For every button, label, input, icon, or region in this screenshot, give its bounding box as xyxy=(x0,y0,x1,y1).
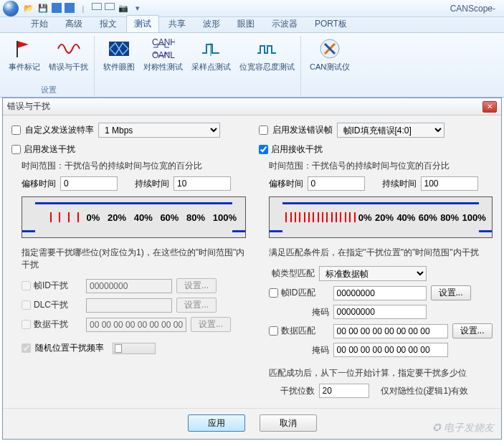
can-tester-icon xyxy=(318,37,341,60)
symmetry-test-button[interactable]: CANHCANL 对称性测试 xyxy=(141,36,186,74)
ribbon-group-settings: 事件标记 错误与干扰 设置 xyxy=(3,36,95,96)
error-interference-label: 错误与干扰 xyxy=(49,62,88,72)
tab-advanced[interactable]: 高级 xyxy=(57,15,90,32)
data-match-label: 数据匹配 xyxy=(281,325,315,337)
dialog-titlebar: 错误与干扰 ✕ xyxy=(3,98,501,115)
close-icon[interactable]: ✕ xyxy=(482,101,497,113)
data-interf-input xyxy=(86,318,186,332)
baud-combo[interactable]: 1 Mbps xyxy=(98,123,220,138)
custom-baud-checkbox[interactable] xyxy=(11,125,21,135)
pct-20: 20% xyxy=(108,212,126,223)
random-freq-slider xyxy=(113,343,156,354)
event-marker-button[interactable]: 事件标记 xyxy=(6,36,43,74)
tab-start[interactable]: 开始 xyxy=(23,15,56,32)
symmetry-test-label: 对称性测试 xyxy=(143,62,183,72)
tool1-icon[interactable] xyxy=(52,3,62,13)
right-column: 启用发送错误帧 帧ID填充错误[4:0] 启用接收干扰 时间范围：干扰信号的持续… xyxy=(259,123,493,398)
data-match-input[interactable] xyxy=(333,324,448,338)
cancel-button[interactable]: 取消 xyxy=(260,414,317,432)
layout1-icon[interactable] xyxy=(92,3,102,10)
tool2-icon[interactable] xyxy=(65,3,75,13)
right-duration-label: 持续时间 xyxy=(382,178,417,190)
rpct-80: 80% xyxy=(440,212,459,223)
tab-eye[interactable]: 眼图 xyxy=(229,15,262,32)
svg-text:CANH: CANH xyxy=(152,39,175,47)
rpct-20: 20% xyxy=(375,212,394,223)
pct-100: 100% xyxy=(213,212,237,223)
enable-tx-interf-checkbox[interactable] xyxy=(11,145,21,154)
data-match-set-button[interactable]: 设置... xyxy=(452,323,493,338)
left-offset-input[interactable] xyxy=(60,176,118,191)
right-timerange-desc: 时间范围：干扰信号的持续时间与位宽的百分比 xyxy=(269,160,493,172)
tab-messages[interactable]: 报文 xyxy=(92,15,125,32)
camera-icon[interactable]: 📷 xyxy=(118,3,129,14)
sample-test-button[interactable]: 采样点测试 xyxy=(189,36,234,74)
error-interference-dialog: 错误与干扰 ✕ 自定义发送波特率 1 Mbps 启用发送干扰 时间范围：干扰信号… xyxy=(2,98,502,440)
right-offset-input[interactable] xyxy=(308,176,365,191)
pulse-icon xyxy=(200,37,223,60)
rpct-100: 100% xyxy=(462,212,486,223)
right-offset-label: 偏移时间 xyxy=(269,178,303,190)
interf-bits-label: 干扰位数 xyxy=(269,385,315,397)
frameid-mask-label: 掩码 xyxy=(269,306,329,318)
dlc-interf-input xyxy=(86,298,172,313)
left-wave-diagram: 0% 20% 40% 60% 80% 100% xyxy=(22,196,246,238)
frametype-combo[interactable]: 标准数据帧 xyxy=(319,266,427,281)
frameid-match-checkbox[interactable] xyxy=(269,288,278,298)
interf-bits-note: 仅对隐性位(逻辑1)有效 xyxy=(381,385,469,397)
can-tester-button[interactable]: CAN测试仪 xyxy=(307,36,353,74)
tab-share[interactable]: 共享 xyxy=(161,15,194,32)
tab-waveform[interactable]: 波形 xyxy=(195,15,228,32)
left-timerange-desc: 时间范围：干扰信号的持续时间与位宽的百分比 xyxy=(22,160,246,172)
tab-scope[interactable]: 示波器 xyxy=(264,15,305,32)
software-eye-label: 软件眼图 xyxy=(103,62,135,72)
frameid-match-input[interactable] xyxy=(333,286,427,300)
data-mask-input[interactable] xyxy=(333,343,448,357)
frameid-mask-input[interactable] xyxy=(333,305,427,319)
left-specify-desc: 指定需要干扰哪些位(对应位为1)，在这些位的"时间范围"内干扰 xyxy=(22,247,246,271)
frameid-match-set-button[interactable]: 设置... xyxy=(431,285,471,300)
software-eye-button[interactable]: 软件眼图 xyxy=(100,36,138,74)
dialog-title: 错误与干扰 xyxy=(7,100,50,113)
pct-40: 40% xyxy=(134,212,153,223)
error-interference-button[interactable]: 错误与干扰 xyxy=(46,36,91,74)
interf-bits-input[interactable] xyxy=(319,384,369,398)
enable-tx-interf-label: 启用发送干扰 xyxy=(24,143,75,156)
app-icon[interactable] xyxy=(3,1,19,16)
enable-rx-interf-checkbox[interactable] xyxy=(259,145,268,154)
right-duration-input[interactable] xyxy=(421,176,478,191)
right-match-desc: 满足匹配条件后，在指定"干扰位置"的"时间范围"内干扰 xyxy=(269,247,493,259)
qat-dropdown-icon[interactable]: ▾ xyxy=(132,3,143,14)
dlc-interf-checkbox xyxy=(22,300,31,310)
tab-test[interactable]: 测试 xyxy=(126,15,159,32)
tab-port[interactable]: PORT板 xyxy=(307,15,355,32)
left-column: 自定义发送波特率 1 Mbps 启用发送干扰 时间范围：干扰信号的持续时间与位宽… xyxy=(11,123,246,398)
frameid-match-label: 帧ID匹配 xyxy=(281,287,315,299)
enable-rx-interf-label: 启用接收干扰 xyxy=(271,143,323,156)
left-duration-input[interactable] xyxy=(173,176,231,191)
quick-access-toolbar: 📂 💾 | 📷 ▾ xyxy=(23,3,143,14)
data-match-checkbox[interactable] xyxy=(269,326,278,336)
custom-baud-label: 自定义发送波特率 xyxy=(25,124,94,136)
random-freq-label: 随机位置干扰频率 xyxy=(35,342,104,354)
bit-tolerance-button[interactable]: 位宽容忍度测试 xyxy=(237,36,298,74)
left-duration-label: 持续时间 xyxy=(135,178,169,190)
separator-icon: | xyxy=(77,3,89,14)
data-mask-label: 掩码 xyxy=(269,344,329,356)
pct-60: 60% xyxy=(160,212,179,223)
random-freq-checkbox xyxy=(22,343,31,353)
tx-err-combo[interactable]: 帧ID填充错误[4:0] xyxy=(337,123,444,138)
rpct-60: 60% xyxy=(419,212,437,223)
apply-button[interactable]: 应用 xyxy=(188,414,245,432)
frameid-interf-checkbox xyxy=(22,281,31,290)
enable-tx-err-checkbox[interactable] xyxy=(259,125,268,135)
canh-canl-icon: CANHCANL xyxy=(152,37,175,60)
svg-text:CANL: CANL xyxy=(152,50,175,59)
layout2-icon[interactable] xyxy=(105,3,115,10)
data-interf-set-button: 设置... xyxy=(191,317,231,332)
open-icon[interactable]: 📂 xyxy=(23,3,34,14)
pct-80: 80% xyxy=(186,212,205,223)
ribbon-group-tests: 软件眼图 CANHCANL 对称性测试 采样点测试 位宽容忍度测试 xyxy=(98,36,301,96)
save-icon[interactable]: 💾 xyxy=(37,3,49,14)
left-offset-label: 偏移时间 xyxy=(22,178,56,190)
